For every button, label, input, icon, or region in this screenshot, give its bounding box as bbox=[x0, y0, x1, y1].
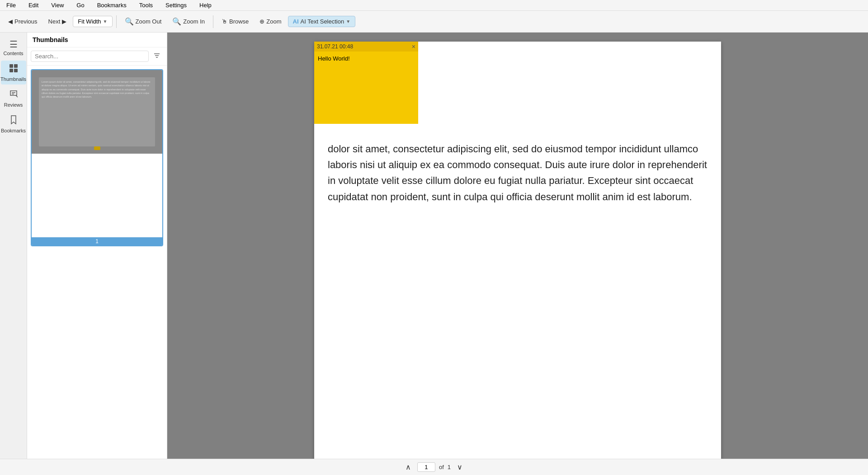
contents-label: Contents bbox=[3, 51, 23, 56]
annotation-text: Hello World! bbox=[318, 55, 350, 62]
bookmarks-label: Bookmarks bbox=[1, 128, 26, 133]
pdf-viewer[interactable]: 31.07.21 00:48 × Hello World! dolor sit … bbox=[167, 33, 868, 475]
text-selection-label: AI Text Selection bbox=[301, 18, 344, 25]
thumbnails-icon bbox=[9, 63, 19, 75]
zoom-label: Zoom bbox=[266, 18, 281, 25]
reviews-icon bbox=[9, 89, 19, 101]
zoom-out-label: Zoom Out bbox=[136, 18, 162, 25]
zoom-in-label: Zoom In bbox=[183, 18, 205, 25]
thumbnails-search-row bbox=[27, 47, 167, 66]
browse-button[interactable]: 🖱 Browse bbox=[217, 16, 253, 27]
sidebar-item-bookmarks[interactable]: Bookmarks bbox=[1, 112, 26, 136]
browse-icon: 🖱 bbox=[222, 18, 227, 25]
thumbnails-panel: Thumbnails Lorem ipsum dolor sit amet, c… bbox=[27, 33, 167, 475]
contents-icon: ☰ bbox=[9, 39, 18, 50]
bottom-navigation: ∧ of 1 ∨ bbox=[0, 459, 868, 475]
toolbar-separator-2 bbox=[213, 15, 213, 28]
fit-width-label: Fit Width bbox=[78, 18, 101, 25]
toolbar: ◀ Previous Next ▶ Fit Width ▼ 🔍 Zoom Out… bbox=[0, 11, 868, 33]
annotation-close-button[interactable]: × bbox=[412, 43, 415, 50]
thumbnail-page-label: 1 bbox=[32, 237, 162, 245]
zoom-out-icon: 🔍 bbox=[125, 17, 134, 26]
menu-help[interactable]: Help bbox=[197, 1, 214, 9]
browse-label: Browse bbox=[229, 18, 249, 25]
next-label: Next bbox=[48, 18, 61, 25]
sidebar-item-contents[interactable]: ☰ Contents bbox=[1, 36, 26, 59]
annotation-popup: 31.07.21 00:48 × Hello World! bbox=[314, 42, 418, 124]
menu-settings[interactable]: Settings bbox=[163, 1, 189, 9]
zoom-icon: ⊕ bbox=[259, 18, 264, 25]
toolbar-separator-1 bbox=[116, 15, 117, 28]
next-button[interactable]: Next ▶ bbox=[44, 16, 71, 27]
svg-rect-1 bbox=[14, 64, 18, 68]
text-selection-button[interactable]: AI AI Text Selection ▼ bbox=[288, 16, 356, 27]
sidebar-item-thumbnails[interactable]: Thumbnails bbox=[1, 61, 26, 85]
thumbnails-header: Thumbnails bbox=[27, 33, 167, 47]
page-of-label: of bbox=[439, 464, 444, 470]
annotation-timestamp: 31.07.21 00:48 bbox=[317, 43, 353, 50]
reviews-label: Reviews bbox=[4, 102, 23, 108]
bookmarks-icon bbox=[9, 115, 19, 127]
zoom-in-icon: 🔍 bbox=[172, 17, 181, 26]
menu-edit[interactable]: Edit bbox=[26, 1, 41, 9]
menu-tools[interactable]: Tools bbox=[137, 1, 156, 9]
zoom-button[interactable]: ⊕ Zoom bbox=[255, 16, 286, 27]
zoom-out-button[interactable]: 🔍 Zoom Out bbox=[120, 15, 166, 28]
thumbnails-label: Thumbnails bbox=[0, 76, 26, 82]
page-content-text: dolor sit amet, consectetur adipiscing e… bbox=[328, 141, 708, 205]
previous-icon: ◀ bbox=[8, 18, 13, 25]
pdf-page: 31.07.21 00:48 × Hello World! dolor sit … bbox=[314, 42, 721, 475]
svg-rect-2 bbox=[9, 69, 13, 72]
svg-rect-3 bbox=[14, 69, 18, 72]
menu-go[interactable]: Go bbox=[74, 1, 87, 9]
page-text-content: dolor sit amet, consectetur adipiscing e… bbox=[328, 143, 707, 202]
svg-rect-0 bbox=[9, 64, 13, 68]
previous-button[interactable]: ◀ Previous bbox=[4, 16, 42, 27]
ai-text-selection-icon: AI bbox=[293, 18, 299, 25]
main-area: ☰ Contents Thumbnails Reviews Bookmarks … bbox=[0, 33, 868, 475]
fit-width-dropdown[interactable]: Fit Width ▼ bbox=[73, 16, 112, 27]
menu-file[interactable]: File bbox=[4, 1, 19, 9]
page-number-input[interactable] bbox=[417, 462, 435, 472]
thumbnails-filter-button[interactable] bbox=[151, 50, 163, 62]
sidebar-item-reviews[interactable]: Reviews bbox=[1, 86, 26, 110]
page-total: 1 bbox=[448, 464, 451, 470]
menu-bookmarks[interactable]: Bookmarks bbox=[94, 1, 129, 9]
menu-bar: File Edit View Go Bookmarks Tools Settin… bbox=[0, 0, 868, 11]
thumbnails-title: Thumbnails bbox=[33, 36, 68, 43]
dropdown-arrow-icon: ▼ bbox=[103, 19, 108, 24]
annotation-header: 31.07.21 00:48 × bbox=[314, 42, 418, 52]
previous-label: Previous bbox=[14, 18, 38, 25]
next-icon: ▶ bbox=[62, 18, 66, 25]
page-prev-button[interactable]: ∧ bbox=[403, 462, 414, 472]
zoom-in-button[interactable]: 🔍 Zoom In bbox=[168, 15, 209, 28]
sidebar-icons: ☰ Contents Thumbnails Reviews Bookmarks bbox=[0, 33, 27, 475]
thumbnails-search-input[interactable] bbox=[31, 51, 149, 62]
menu-view[interactable]: View bbox=[48, 1, 66, 9]
thumbnail-page-1[interactable]: Lorem ipsum dolor sit amet, consectetur … bbox=[31, 69, 163, 246]
text-selection-arrow-icon: ▼ bbox=[346, 19, 350, 24]
annotation-body: Hello World! bbox=[314, 52, 418, 124]
thumbnails-content: Lorem ipsum dolor sit amet, consectetur … bbox=[27, 66, 167, 475]
page-next-button[interactable]: ∨ bbox=[454, 462, 465, 472]
thumbnail-text: Lorem ipsum dolor sit amet, consectetur … bbox=[42, 80, 152, 99]
